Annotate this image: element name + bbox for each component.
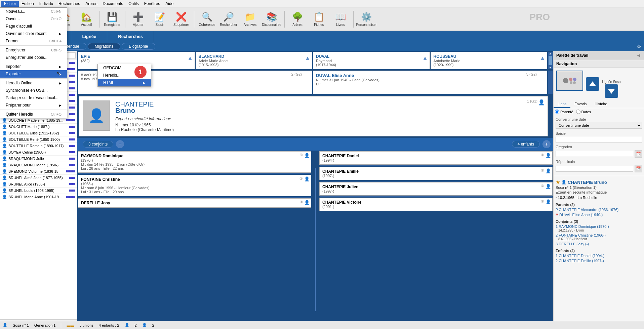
list-item[interactable]: 👤 BOUTEILLE Elise (1912-1962) bbox=[0, 130, 77, 136]
gp2-expand-icon[interactable]: ▲ bbox=[305, 55, 311, 62]
coherence-button[interactable]: 🔍 Cohérence bbox=[197, 9, 217, 30]
list-item[interactable]: 👤 BRUNEL Alice (1905-) bbox=[0, 181, 77, 188]
tab-recherches[interactable]: Recherches bbox=[107, 31, 154, 42]
republicain-input[interactable] bbox=[556, 166, 633, 172]
menu-preparer[interactable]: Préparer pour ▶ bbox=[0, 101, 67, 109]
dictionnaires-button[interactable]: 📚 Dictionnaires bbox=[261, 9, 282, 30]
child-card-2[interactable]: CHANTEPIE Emilie (1997-) ② 👤 bbox=[319, 167, 553, 180]
tab-liens[interactable]: Liens bbox=[554, 100, 570, 108]
list-item[interactable]: 👤 BOYER Céline (1968-) bbox=[0, 149, 77, 156]
list-item[interactable]: 👤 BRUNEL Louis (1908-1995) bbox=[0, 188, 77, 194]
menu-outils[interactable]: Outils bbox=[126, 1, 142, 7]
accueil-button[interactable]: 🏡 Accueil bbox=[76, 9, 96, 30]
enregistrer-button[interactable]: 💾 Enregistrer bbox=[102, 9, 122, 30]
arbres-button[interactable]: 🌳 Arbres bbox=[287, 9, 308, 30]
parent-m-link[interactable]: DUVAL Elise Anne (1940-) bbox=[559, 213, 603, 217]
person-sum-name[interactable]: CHANTEPIE Bruno bbox=[568, 180, 607, 185]
add-child-button[interactable]: + bbox=[542, 140, 551, 148]
spouse-card-2[interactable]: FONTAINE Christine (1968-) M : sam 8 jui… bbox=[78, 175, 311, 196]
menu-fenetres[interactable]: Fenêtres bbox=[142, 1, 163, 7]
supprimer-button[interactable]: ❌ Supprimer bbox=[171, 9, 191, 30]
settings-icon[interactable]: ⚙ bbox=[637, 43, 641, 50]
gp1-expand-icon[interactable]: ▲ bbox=[187, 55, 193, 62]
menu-accueil[interactable]: Page d'accueil bbox=[0, 23, 67, 30]
menu-fichier[interactable]: Fichier bbox=[1, 1, 19, 7]
menu-enregistrer-copie[interactable]: Enregistrer une copie... bbox=[0, 54, 67, 61]
child-card-1[interactable]: CHANTEPIE Daniel (1994-) ① 👤 bbox=[319, 151, 553, 165]
list-item[interactable]: 👤 BRAQUEMOND Marie (1950-) bbox=[0, 162, 77, 168]
parente-radio[interactable]: Parenté bbox=[555, 110, 573, 114]
lignee-sosa-down-button[interactable] bbox=[605, 84, 618, 98]
menu-heredis-online[interactable]: Heredis Online ▶ bbox=[0, 79, 67, 87]
family-thumbnail[interactable] bbox=[556, 71, 583, 91]
parent-card-2[interactable]: DUVAL Elise Anne N : mer 31 jan 1940 - C… bbox=[313, 71, 547, 94]
fiches-button[interactable]: 📋 Fiches bbox=[309, 9, 329, 30]
spouse-card-3[interactable]: DERELLE Josy ③ 👤 bbox=[78, 198, 311, 208]
ajouter-button[interactable]: ➕ Ajouter bbox=[128, 9, 148, 30]
menu-reseau[interactable]: Partager sur le réseau local... bbox=[0, 94, 67, 101]
center-person-icon[interactable]: 👤 bbox=[538, 99, 545, 106]
lignee-sosa-button[interactable] bbox=[586, 77, 599, 91]
menu-fermer[interactable]: Fermer Ctrl+F4 bbox=[0, 37, 67, 45]
gregorien-cal-button[interactable]: 📅 bbox=[635, 150, 642, 158]
list-item[interactable]: 👤 BRUNEL Aimé Jean (1877-1955) bbox=[0, 175, 77, 181]
children-button[interactable]: 4 enfants bbox=[512, 141, 540, 148]
personnaliser-button[interactable]: ⚙️ Personnaliser bbox=[356, 9, 376, 30]
archives-button[interactable]: 📁 Archives bbox=[240, 9, 260, 30]
palette-expand-icon[interactable]: ◄ bbox=[636, 52, 641, 58]
spouse3-link[interactable]: 3 DERELLE Josy (-) bbox=[556, 242, 589, 246]
subtab-migrations[interactable]: Migrations bbox=[88, 43, 120, 50]
parents-scrollbar[interactable] bbox=[548, 71, 553, 94]
menu-documents[interactable]: Documents bbox=[100, 1, 126, 7]
tab-histoire[interactable]: Histoire bbox=[591, 100, 611, 108]
gp3-expand-icon[interactable]: ▲ bbox=[422, 55, 428, 62]
list-item[interactable]: 👤 BREMOND Victorine (1836-18... bbox=[0, 168, 77, 175]
republicain-cal-button[interactable]: 📅 bbox=[635, 165, 642, 172]
list-item[interactable]: 👤 BRUNEL Marie Anne (1901-19... bbox=[0, 194, 77, 200]
spouse1-link[interactable]: 1 RAYMOND Dominique (1970-) bbox=[556, 224, 609, 229]
child2-link[interactable]: 2 CHANTEPIE Emilie (1997-) bbox=[556, 259, 604, 263]
list-item[interactable]: 👤 BOUTEILLE Romain (1890-1917) bbox=[0, 143, 77, 149]
parent-p-link[interactable]: CHANTEPIE Alexandre (1936-1976) bbox=[559, 208, 618, 212]
menu-importer[interactable]: Importer ▶ bbox=[0, 63, 67, 70]
menu-individu[interactable]: Individu bbox=[37, 1, 56, 7]
menu-recherches[interactable]: Recherches bbox=[56, 1, 83, 7]
menu-arbres[interactable]: Arbres bbox=[83, 1, 100, 7]
spouse2-link[interactable]: 2 FONTAINE Christine (1966-) bbox=[556, 233, 606, 237]
list-item[interactable]: 👤 BOUTEILLE René (1850-1900) bbox=[0, 136, 77, 143]
menu-enregistrer[interactable]: Enregistrer Ctrl+S bbox=[0, 46, 67, 54]
livres-button[interactable]: 📖 Livres bbox=[330, 9, 351, 30]
parente-radio-input[interactable] bbox=[555, 110, 559, 114]
gp-scrollbar[interactable]: ▲ ▼ bbox=[548, 52, 553, 69]
list-item[interactable]: 👤 BRAQUEMOND Julie bbox=[0, 156, 77, 162]
center-person-card[interactable]: 👤 CHANTEPIE Bruno Expert en sécurité inf… bbox=[79, 96, 548, 136]
spouses-button[interactable]: 3 conjoints bbox=[83, 141, 113, 148]
menu-exporter[interactable]: Exporter ▶ bbox=[0, 70, 67, 78]
scroll-down-icon[interactable]: ▼ bbox=[548, 66, 553, 69]
child1-link[interactable]: 1 CHANTEPIE Daniel (1994-) bbox=[556, 254, 604, 258]
menu-recent[interactable]: Ouvrir un fichier récent ▶ bbox=[0, 30, 67, 37]
child-card-4[interactable]: CHANTEPIE Victoire (2001-) ② 👤 bbox=[319, 198, 553, 211]
scroll-up-icon[interactable]: ▲ bbox=[548, 52, 553, 55]
date-type-select[interactable]: Convertir une date bbox=[556, 122, 642, 129]
saisir-button[interactable]: 📝 Saisir bbox=[150, 9, 170, 30]
child-card-3[interactable]: CHANTEPIE Julien (1997-) ② 👤 bbox=[319, 182, 553, 196]
menu-nouveau[interactable]: Nouveau... Ctrl+N bbox=[0, 8, 67, 15]
tab-favoris[interactable]: Favoris bbox=[570, 100, 591, 108]
grandparent-card-2[interactable]: BLANCHARD Adèle Marie Anne (1915-1993) ▲ bbox=[196, 52, 313, 69]
gregorien-input[interactable] bbox=[556, 151, 633, 157]
list-item[interactable]: 👤 BOUCHET Marie (1887-) bbox=[0, 124, 77, 130]
dates-radio-input[interactable] bbox=[576, 110, 580, 114]
menu-quitter[interactable]: Quitter Heredis Ctrl+Q bbox=[0, 111, 67, 118]
subtab-biographie[interactable]: Biographie bbox=[122, 43, 155, 50]
add-spouse-button[interactable]: + bbox=[116, 140, 124, 148]
menu-aide[interactable]: Aide bbox=[163, 1, 176, 7]
menu-ouvrir[interactable]: Ouvrir... Ctrl+O bbox=[0, 15, 67, 23]
rechercher-button[interactable]: 🔎 Rechercher bbox=[218, 9, 239, 30]
saisie-input[interactable] bbox=[556, 137, 642, 143]
grandparent-card-4[interactable]: ROUSSEAU Antoinette Marie (1920-1999) ▲ bbox=[431, 52, 548, 69]
tab-lignee[interactable]: Lignée bbox=[71, 31, 107, 42]
spouse-card-1[interactable]: RAYMOND Dominique (1970-) M : dim 14 fév… bbox=[78, 151, 311, 173]
grandparent-card-3[interactable]: DUVAL Raymond (1917-1944) ▲ bbox=[313, 52, 430, 69]
menu-edition[interactable]: Édition bbox=[19, 1, 37, 7]
